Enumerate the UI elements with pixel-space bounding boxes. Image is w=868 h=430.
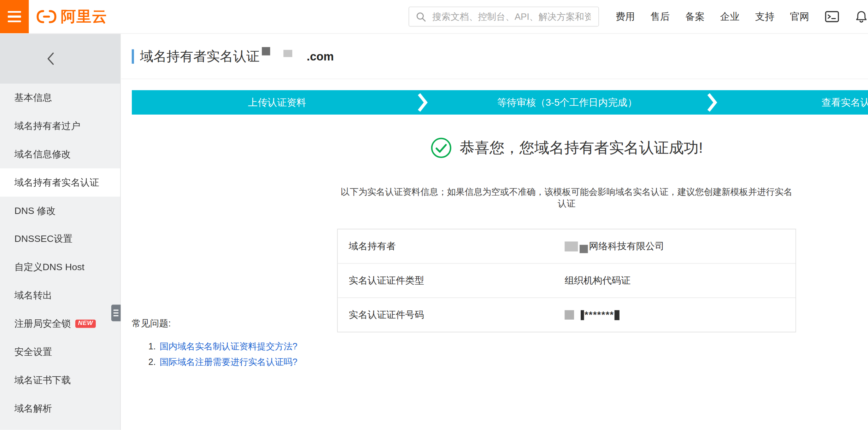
faq-link-domestic-realname[interactable]: 国内域名实名制认证资料提交方法? [160,342,298,351]
redaction-bar [581,310,584,320]
table-row-cert-number: 实名认证证件号码 ******* [338,297,795,332]
row-value: ******* [565,309,620,320]
sidebar-item-basic-info[interactable]: 基本信息 [0,84,120,112]
nav-link-support-after-sale[interactable]: 售后 [650,10,670,23]
title-accent-bar [132,49,134,64]
sidebar-item-dnssec[interactable]: DNSSEC设置 [0,225,120,253]
redaction-block-light [565,241,578,251]
redaction-block-dark [262,47,270,55]
nav-link-enterprise[interactable]: 企业 [720,10,740,23]
sidebar-collapse-button[interactable] [0,34,120,84]
sidebar-item-holder-transfer[interactable]: 域名持有者过户 [0,112,120,140]
sidebar-item-security-settings[interactable]: 安全设置 [0,338,120,366]
step-arrow-icon [707,90,718,115]
table-row-cert-type: 实名认证证件类型 组织机构代码证 [338,263,795,297]
new-badge: NEW [75,319,96,327]
aliyun-logo-text: 阿里云 [61,7,107,27]
redaction-block-gray [565,310,574,320]
global-search-box[interactable] [409,7,599,27]
row-value: 网络科技有限公司 [565,239,664,253]
topbar: 阿里云 费用 售后 备案 企业 支持 官网 [0,0,868,34]
row-value: 组织机构代码证 [565,274,631,287]
main-content: 域名持有者实名认证 .com 上传认证资料 等待审核（3-5个工作日内完成） 查… [121,34,868,430]
search-input[interactable] [431,11,592,23]
aliyun-logo-icon [35,9,58,24]
sidebar-item-custom-dns-host[interactable]: 自定义DNS Host [0,253,120,281]
sidebar-item-dns-resolution[interactable]: 域名解析 [0,394,120,423]
notice-text: 以下为实名认证资料信息；如果信息为空或不准确，该模板可能会影响域名实名认证，建议… [337,187,796,210]
step-arrow-icon [417,90,428,115]
terminal-icon[interactable] [825,11,839,23]
hamburger-menu-button[interactable] [0,0,29,33]
sidebar-item-domain-transfer-out[interactable]: 域名转出 [0,281,120,310]
redaction-bar [615,310,620,320]
faq-list: 1.国内域名实名制认证资料提交方法? 2.国际域名注册需要进行实名认证吗? [132,339,298,370]
nav-link-support[interactable]: 支持 [755,10,774,23]
domain-suffix: .com [307,50,334,63]
topbar-nav: 费用 售后 备案 企业 支持 官网 [616,0,868,33]
faq-link-international-realname[interactable]: 国际域名注册需要进行实名认证吗? [160,357,298,367]
redaction-block-light [283,50,292,57]
search-icon [416,11,426,22]
screen: 阿里云 费用 售后 备案 企业 支持 官网 [0,0,868,430]
sidebar: 基本信息 域名持有者过户 域名信息修改 域名持有者实名认证 DNS 修改 DNS… [0,34,121,430]
sidebar-item-dns-modify[interactable]: DNS 修改 [0,197,120,225]
step-wait-review: 等待审核（3-5个工作日内完成） [422,90,712,115]
row-label: 实名认证证件类型 [338,274,564,287]
aliyun-logo[interactable]: 阿里云 [35,0,107,33]
redaction-block-dark [580,245,588,253]
viewport: 阿里云 费用 售后 备案 企业 支持 官网 [0,0,868,430]
nav-link-billing[interactable]: 费用 [616,10,635,23]
sidebar-drag-handle[interactable] [111,304,121,321]
sidebar-item-info-modify[interactable]: 域名信息修改 [0,140,120,168]
success-banner: 恭喜您，您域名持有者实名认证成功! [337,137,796,159]
success-message: 恭喜您，您域名持有者实名认证成功! [459,138,703,158]
nav-link-official-site[interactable]: 官网 [790,10,809,23]
faq-section: 常见问题: 1.国内域名实名制认证资料提交方法? 2.国际域名注册需要进行实名认… [132,318,298,370]
faq-title: 常见问题: [132,318,298,330]
page-header: 域名持有者实名认证 .com [121,34,868,79]
page-title: 域名持有者实名认证 [140,47,259,65]
step-view-result: 查看实名认证信息 [712,90,868,115]
faq-item-number: 2. [148,357,156,367]
row-label: 实名认证证件号码 [338,308,564,321]
nav-link-icp-filing[interactable]: 备案 [685,10,705,23]
step-upload-materials: 上传认证资料 [132,90,422,115]
verification-info-table: 域名持有者 网络科技有限公司 实名认证证件类型 组织机构代码证 实名认证证件号码 [337,229,796,332]
sidebar-nav: 基本信息 域名持有者过户 域名信息修改 域名持有者实名认证 DNS 修改 DNS… [0,84,120,423]
bell-icon[interactable] [855,10,868,23]
row-label: 域名持有者 [338,240,564,252]
sidebar-item-registry-lock[interactable]: 注册局安全锁NEW [0,310,120,338]
progress-steps-bar: 上传认证资料 等待审核（3-5个工作日内完成） 查看实名认证信息 [132,90,868,115]
table-row-holder: 域名持有者 网络科技有限公司 [338,229,795,263]
faq-item: 1.国内域名实名制认证资料提交方法? [132,339,298,355]
faq-item: 2.国际域名注册需要进行实名认证吗? [132,354,298,370]
faq-item-number: 1. [148,342,156,351]
success-check-icon [430,137,452,159]
sidebar-item-realname-verification[interactable]: 域名持有者实名认证 [0,168,120,197]
sidebar-item-certificate-download[interactable]: 域名证书下载 [0,366,120,394]
chevron-left-icon [47,52,54,66]
masked-number: ******* [585,309,614,320]
